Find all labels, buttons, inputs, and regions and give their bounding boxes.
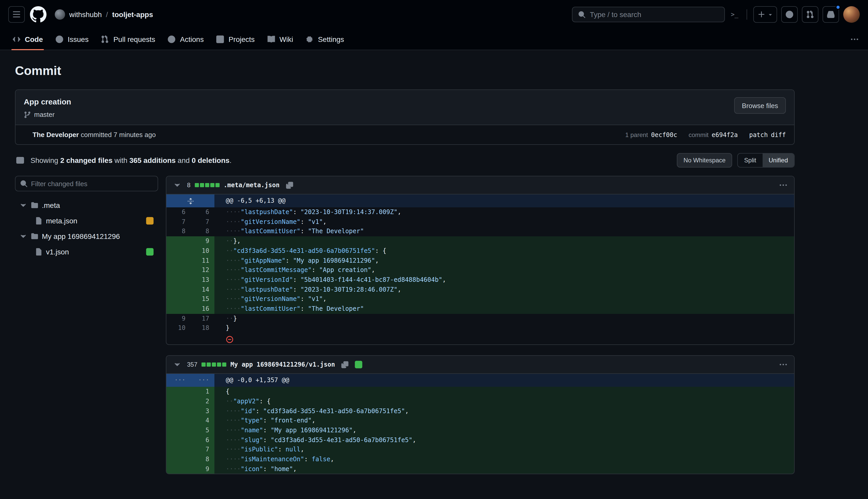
file-added-badge-icon <box>355 361 363 369</box>
tab-issues[interactable]: Issues <box>49 29 95 50</box>
project-icon <box>216 35 225 44</box>
browse-files-button[interactable]: Browse files <box>734 97 786 114</box>
changed-files-summary: Showing 2 changed files with 365 additio… <box>30 156 231 165</box>
user-avatar[interactable] <box>843 6 860 23</box>
hamburger-button[interactable] <box>8 6 25 23</box>
unified-view-button[interactable]: Unified <box>762 154 794 167</box>
tab-actions[interactable]: Actions <box>162 29 210 50</box>
diff-line: 8····"isMaintenanceOn": false, <box>166 454 794 464</box>
line-content: ····"type": "front-end", <box>214 416 794 426</box>
line-content: ··}, <box>214 236 794 246</box>
parent-sha-link[interactable]: 0ecf00c <box>651 131 677 138</box>
filter-changed-files-input[interactable] <box>15 176 158 191</box>
collapse-file-button[interactable] <box>172 180 183 191</box>
diff-body: @@ -6,5 +6,13 @@66····"lastpushDate": "2… <box>166 194 794 344</box>
split-view-button[interactable]: Split <box>738 154 763 167</box>
diffstat-blocks <box>201 363 226 367</box>
diff-view-toggle: Split Unified <box>738 153 795 168</box>
new-line-number: 9 <box>191 236 214 246</box>
old-line-number <box>166 294 191 304</box>
tab-wiki[interactable]: Wiki <box>261 29 299 50</box>
inbox-button[interactable] <box>822 6 839 23</box>
diff-line: 10··"cd3f3a6d-3d55-4e31-ad50-6a7b06751fe… <box>166 246 794 256</box>
old-line-number <box>166 435 191 445</box>
new-line-number: 17 <box>191 314 214 323</box>
tree-file-v1-json[interactable]: v1.json <box>15 244 158 259</box>
diff-link[interactable]: diff <box>771 131 786 138</box>
hunk-range: @@ -0,0 +1,357 @@ <box>214 374 794 387</box>
line-content: ····"lastpushDate": "2023-10-30T19:14:37… <box>214 207 794 217</box>
tab-projects[interactable]: Projects <box>210 29 261 50</box>
file-options-button[interactable] <box>778 180 789 191</box>
line-content: ··"cd3f3a6d-3d55-4e31-ad50-6a7b06751fe5"… <box>214 246 794 256</box>
gear-icon <box>306 35 314 44</box>
old-line-number <box>166 236 191 246</box>
create-new-button[interactable] <box>753 6 777 23</box>
github-logo[interactable] <box>30 6 47 23</box>
nav-overflow-button[interactable] <box>847 32 862 47</box>
tree-folder-my-app[interactable]: My app 1698694121296 <box>15 229 158 244</box>
book-icon <box>267 35 275 44</box>
diff-body: ······@@ -0,0 +1,357 @@1{2··"appV2": {3·… <box>166 374 794 474</box>
whitespace-button[interactable]: No Whitespace <box>677 153 732 168</box>
line-content: ····"lastpushDate": "2023-10-30T19:28:46… <box>214 285 794 294</box>
parent-label: 1 parent <box>625 131 648 138</box>
copy-icon <box>286 181 293 189</box>
tab-settings[interactable]: Settings <box>299 29 350 50</box>
diff-line: 12····"lastCommitMessage": "App creation… <box>166 265 794 275</box>
file-path[interactable]: My app 1698694121296/v1.json <box>230 361 335 368</box>
expand-hunk-button[interactable] <box>166 194 214 207</box>
tab-pull-requests[interactable]: Pull requests <box>95 29 162 50</box>
line-content: ··} <box>214 314 794 323</box>
chevron-down-icon <box>173 361 181 369</box>
file-path[interactable]: .meta/meta.json <box>224 182 279 189</box>
new-line-number: 10 <box>191 246 214 256</box>
diff-line: 3····"id": "cd3f3a6d-3d55-4e31-ad50-6a7b… <box>166 406 794 416</box>
git-pull-request-icon <box>806 10 814 19</box>
file-changes-count: 8 <box>187 182 190 189</box>
caret-down-icon <box>767 11 773 17</box>
diff-line: 13····"gitVersionId": "5b401403-f144-4c4… <box>166 275 794 285</box>
file-options-button[interactable] <box>778 359 789 370</box>
search-input[interactable] <box>590 10 719 19</box>
old-line-number: 10 <box>166 324 191 333</box>
tree-file-meta-json[interactable]: meta.json <box>15 213 158 229</box>
tree-folder-meta[interactable]: .meta <box>15 197 158 213</box>
branch-icon <box>24 111 31 118</box>
collapse-file-button[interactable] <box>172 359 183 370</box>
breadcrumb-repo[interactable]: tooljet-apps <box>112 10 153 19</box>
patch-link[interactable]: patch <box>749 131 768 138</box>
tab-code[interactable]: Code <box>6 29 49 50</box>
line-content: ····"id": "cd3f3a6d-3d55-4e31-ad50-6a7b0… <box>214 406 794 416</box>
global-search[interactable] <box>572 7 725 22</box>
old-line-number: 9 <box>166 314 191 323</box>
copy-path-button[interactable] <box>284 180 295 191</box>
play-icon <box>168 35 176 44</box>
no-newline-icon <box>226 335 234 343</box>
file-icon <box>35 248 43 256</box>
main-content: Commit App creation master Browse files … <box>15 64 795 485</box>
diffstat-blocks <box>194 183 219 187</box>
breadcrumb-owner[interactable]: withshubh <box>69 10 102 19</box>
command-palette-button[interactable]: >_ <box>729 9 740 20</box>
diff-line: 9····"icon": "home", <box>166 464 794 474</box>
new-line-number: 2 <box>191 397 214 406</box>
git-pull-request-icon <box>101 35 109 44</box>
old-line-number: 8 <box>166 227 191 236</box>
pull-requests-header-button[interactable] <box>802 6 818 23</box>
new-line-number: 12 <box>191 265 214 275</box>
code-icon <box>12 35 21 44</box>
hunk-header-row: ······@@ -0,0 +1,357 @@ <box>166 374 794 387</box>
issues-header-button[interactable] <box>781 6 798 23</box>
file-tree-toggle-button[interactable] <box>15 155 25 166</box>
old-line-number <box>166 445 191 454</box>
old-line-number: 7 <box>166 217 191 227</box>
folder-icon <box>30 201 39 209</box>
breadcrumb: withshubh / tooljet-apps <box>55 9 153 20</box>
line-content: ····"lastCommitUser": "The Developer" <box>214 227 794 236</box>
copy-path-button[interactable] <box>339 359 351 370</box>
old-line-number <box>166 416 191 426</box>
github-mark-icon <box>30 6 47 23</box>
tree-item-label: My app 1698694121296 <box>42 232 120 241</box>
diff-line: 1{ <box>166 387 794 397</box>
